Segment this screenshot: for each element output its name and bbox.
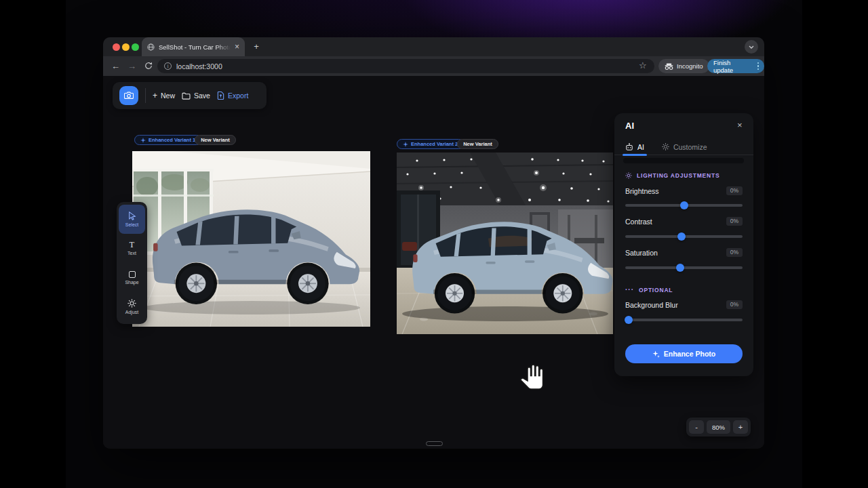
window-minimize-button[interactable]: [122, 43, 130, 51]
zoom-in-button[interactable]: +: [733, 420, 748, 434]
zoom-out-button[interactable]: -: [689, 420, 704, 434]
browser-tab-strip: SellShot - Turn Car Photos Int × +: [103, 37, 764, 56]
saturation-row: Saturation 0%: [625, 248, 743, 257]
car-photo-variant2[interactable]: [397, 152, 613, 334]
tool-select[interactable]: Select: [119, 205, 145, 234]
panel-scroll-hint: [623, 158, 744, 163]
zoom-control: - 80% +: [686, 418, 751, 436]
tab-ai[interactable]: AI: [625, 139, 644, 155]
brightness-slider[interactable]: [625, 204, 743, 207]
bookmark-star-icon[interactable]: ☆: [639, 60, 647, 70]
enhanced-variant1-badge[interactable]: Enhanced Variant 1: [134, 135, 201, 145]
background-blur-row: Background Blur 0%: [625, 300, 743, 309]
ai-panel: AI × AI: [614, 113, 753, 376]
tool-adjust[interactable]: Adjust: [119, 292, 145, 321]
background-blur-slider[interactable]: [625, 319, 743, 321]
tab-favicon-globe-icon: [147, 43, 155, 51]
lighting-section-header: LIGHTING ADJUSTMENTS: [625, 172, 719, 179]
cursor-select-icon: [128, 211, 136, 220]
slider-thumb[interactable]: [677, 232, 686, 241]
zoom-level: 80%: [707, 420, 730, 434]
brightness-value-badge: 0%: [726, 186, 743, 195]
app-logo-camera-button[interactable]: [119, 86, 138, 105]
plus-icon: +: [153, 91, 157, 100]
new-button[interactable]: + New: [153, 91, 175, 100]
new-variant1-badge[interactable]: New Variant: [195, 135, 236, 145]
sun-icon: [625, 172, 632, 179]
contrast-row: Contrast 0%: [625, 217, 743, 226]
window-zoom-button[interactable]: [132, 43, 139, 51]
optional-section-header: ··· OPTIONAL: [625, 286, 673, 293]
gear-icon: [662, 143, 669, 150]
slider-thumb[interactable]: [676, 264, 684, 272]
bottom-drag-handle[interactable]: [426, 441, 443, 446]
url-text: localhost:3000: [176, 62, 222, 70]
ai-panel-title: AI: [625, 121, 634, 131]
chevron-down-icon: [749, 45, 754, 49]
contrast-value-badge: 0%: [726, 217, 743, 226]
browser-tab[interactable]: SellShot - Turn Car Photos Int ×: [142, 37, 245, 56]
saturation-slider[interactable]: [625, 266, 743, 269]
robot-icon: [625, 143, 633, 150]
dark-showroom-scene: [397, 152, 613, 334]
tool-text[interactable]: T Text: [119, 234, 145, 263]
background-blur-value-badge: 0%: [726, 300, 743, 309]
save-button[interactable]: Save: [182, 92, 210, 100]
tab-search-chevron-button[interactable]: [745, 40, 758, 54]
enhance-photo-button[interactable]: Enhance Photo: [625, 344, 743, 363]
gear-icon: [127, 299, 136, 308]
shape-square-icon: [129, 271, 136, 278]
slider-thumb[interactable]: [625, 316, 633, 324]
address-bar[interactable]: i localhost:3000: [157, 59, 654, 73]
incognito-icon: [665, 63, 673, 70]
variant2-badges: Enhanced Variant 2 New Variant: [397, 139, 498, 149]
finish-update-button[interactable]: Finish update: [707, 59, 764, 73]
app-toolbar: + New Save Export: [113, 82, 267, 109]
export-button[interactable]: Export: [217, 92, 248, 100]
sparkle-icon: [403, 142, 408, 147]
reload-icon: [144, 62, 153, 70]
incognito-badge: Incognito: [658, 59, 709, 73]
reload-button[interactable]: [142, 60, 154, 72]
new-variant2-badge[interactable]: New Variant: [457, 139, 498, 149]
export-file-icon: [217, 92, 224, 100]
browser-toolbar: ← → i localhost:3000 ☆: [103, 56, 764, 76]
ellipsis-icon: ···: [625, 286, 634, 293]
tab-title: SellShot - Turn Car Photos Int: [159, 43, 231, 51]
forward-button[interactable]: →: [126, 60, 138, 72]
window-close-button[interactable]: [113, 43, 120, 51]
text-tool-icon: T: [130, 241, 134, 249]
slider-thumb[interactable]: [680, 201, 688, 209]
finish-update-label: Finish update: [713, 59, 752, 74]
back-button[interactable]: ←: [110, 60, 121, 72]
sparkle-icon: [140, 138, 146, 143]
saturation-value-badge: 0%: [726, 248, 743, 257]
camera-icon: [124, 92, 134, 100]
browser-window: SellShot - Turn Car Photos Int × + ← →: [103, 37, 764, 449]
app-canvas[interactable]: + New Save Export: [103, 76, 764, 449]
tab-customize[interactable]: Customize: [662, 139, 707, 155]
car-photo-variant1[interactable]: [132, 151, 370, 327]
tab-close-icon[interactable]: ×: [235, 43, 239, 51]
toolbar-divider: [145, 88, 146, 103]
contrast-slider[interactable]: [625, 235, 743, 238]
ai-panel-close-icon[interactable]: ×: [737, 120, 743, 130]
variant1-badges: Enhanced Variant 1 New Variant: [134, 135, 236, 145]
tools-sidebar: Select T Text Shape: [117, 202, 147, 324]
tool-shape[interactable]: Shape: [119, 263, 145, 292]
hand-pan-cursor-icon: [519, 363, 544, 390]
incognito-label: Incognito: [677, 62, 703, 70]
new-tab-button[interactable]: +: [251, 41, 262, 52]
site-info-icon[interactable]: i: [164, 62, 172, 70]
ai-panel-tabs: AI Customize: [614, 139, 753, 155]
brightness-row: Brightness 0%: [625, 186, 743, 195]
browser-menu-kebab-icon[interactable]: [756, 61, 761, 72]
folder-icon: [182, 92, 191, 100]
enhanced-variant2-badge[interactable]: Enhanced Variant 2: [397, 139, 464, 149]
bright-showroom-scene: [132, 151, 370, 327]
desktop-background: SellShot - Turn Car Photos Int × + ← →: [0, 0, 868, 488]
sparkles-icon: [652, 350, 660, 358]
